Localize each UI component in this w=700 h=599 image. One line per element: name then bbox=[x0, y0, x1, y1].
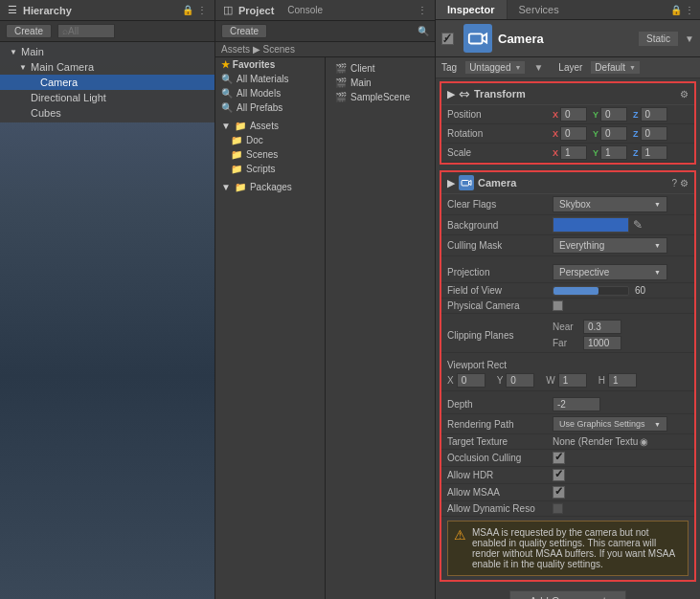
project-menu-btn[interactable]: ⋮ bbox=[418, 5, 427, 15]
pos-z-input[interactable] bbox=[641, 107, 667, 122]
vp-x-label: X bbox=[447, 375, 454, 386]
allow-dynamic-checkbox[interactable] bbox=[553, 503, 563, 514]
add-component-row: Add Component bbox=[436, 585, 700, 599]
allow-msaa-row: Allow MSAA ✓ bbox=[441, 484, 694, 501]
vp-h-label: H bbox=[598, 375, 605, 386]
list-item[interactable]: ▼ Main Camera bbox=[0, 59, 215, 75]
scale-z-input[interactable] bbox=[641, 145, 667, 160]
list-item[interactable]: 🔍 All Materials bbox=[215, 72, 325, 86]
camera-settings-btn[interactable]: ⚙ bbox=[680, 178, 689, 189]
inspector-tab-row: Inspector Services 🔒 ⋮ bbox=[436, 0, 700, 20]
rot-z-label: Z bbox=[633, 129, 639, 139]
physical-camera-row: Physical Camera bbox=[441, 299, 694, 314]
services-tab[interactable]: Services bbox=[508, 0, 571, 19]
vp-x-input[interactable] bbox=[457, 373, 485, 388]
hierarchy-panel: ☰ Hierarchy 🔒 ⋮ Create ▼ Main bbox=[0, 0, 215, 599]
clear-flags-dropdown[interactable]: Skybox bbox=[553, 196, 667, 212]
console-tab[interactable]: Console bbox=[280, 5, 330, 15]
list-item[interactable]: Cubes bbox=[0, 105, 215, 121]
near-input[interactable] bbox=[583, 320, 621, 334]
list-item[interactable]: 🔍 All Prefabs bbox=[215, 100, 325, 115]
static-dropdown-icon[interactable]: ▼ bbox=[685, 33, 694, 44]
physical-camera-checkbox[interactable] bbox=[553, 300, 563, 311]
project-tab[interactable]: ◫ Project Console ⋮ bbox=[215, 0, 435, 21]
occlusion-culling-checkbox[interactable]: ✓ bbox=[553, 452, 565, 464]
static-button[interactable]: Static bbox=[638, 31, 679, 47]
layer-dropdown[interactable]: Default bbox=[590, 60, 641, 75]
directional-light-label: Directional Light bbox=[31, 92, 106, 103]
clipping-row: Clipping Planes Near Far bbox=[441, 318, 694, 353]
project-create-btn[interactable]: Create bbox=[221, 24, 267, 38]
allow-hdr-checkbox[interactable]: ✓ bbox=[553, 469, 565, 481]
target-texture-pick-btn[interactable]: ◉ bbox=[640, 436, 648, 447]
vp-h-input[interactable] bbox=[608, 373, 637, 388]
list-item[interactable]: 🔍 All Models bbox=[215, 86, 325, 100]
list-item[interactable]: ▼ 📁 Assets bbox=[215, 119, 325, 133]
tag-dropdown[interactable]: Untagged bbox=[464, 60, 526, 75]
scale-x-label: X bbox=[553, 148, 558, 158]
project-panel: ◫ Project Console ⋮ Create 🔍 Assets ▶ Sc… bbox=[215, 0, 436, 599]
list-item[interactable]: 📁 Doc bbox=[215, 133, 325, 147]
inspector-header: ✓ Camera Static ▼ bbox=[436, 20, 700, 57]
background-color-swatch[interactable] bbox=[553, 217, 629, 233]
search-icon: 🔍 bbox=[221, 74, 233, 84]
spacer-icon bbox=[29, 78, 38, 87]
rendering-path-dropdown[interactable]: Use Graphics Settings bbox=[553, 416, 667, 432]
tag-layer-row: Tag Untagged ▼ Layer Default bbox=[436, 57, 700, 78]
list-item[interactable]: 🎬 Main bbox=[329, 76, 431, 90]
list-item[interactable]: 🎬 SampleScene bbox=[329, 90, 431, 104]
vp-y-input[interactable] bbox=[506, 373, 534, 388]
scale-row: Scale X Y Z bbox=[441, 144, 694, 163]
search-icon[interactable]: 🔍 bbox=[418, 26, 429, 36]
rotation-row: Rotation X Y Z bbox=[441, 124, 694, 144]
inspector-lock-btn[interactable]: 🔒 ⋮ bbox=[665, 3, 700, 17]
hierarchy-create-btn[interactable]: Create bbox=[6, 24, 52, 38]
scale-y-input[interactable] bbox=[600, 145, 627, 160]
list-item[interactable]: ▼ Main bbox=[0, 44, 215, 59]
allow-msaa-checkbox[interactable]: ✓ bbox=[553, 486, 565, 499]
object-enable-checkbox[interactable]: ✓ bbox=[441, 33, 454, 45]
list-item[interactable]: 🎬 Client bbox=[329, 61, 431, 76]
folder-icon: 📁 bbox=[231, 164, 242, 174]
vp-y-label: Y bbox=[497, 375, 504, 386]
add-component-button[interactable]: Add Component bbox=[509, 590, 626, 599]
vp-w-input[interactable] bbox=[558, 373, 587, 388]
fov-slider[interactable] bbox=[553, 286, 629, 296]
camera-info-btn[interactable]: ? bbox=[671, 178, 677, 189]
depth-input[interactable] bbox=[553, 397, 600, 411]
projection-dropdown[interactable]: Perspective bbox=[553, 264, 667, 280]
inspector-tab[interactable]: Inspector bbox=[436, 0, 508, 19]
pos-y-input[interactable] bbox=[600, 107, 627, 122]
list-item[interactable]: ▼ 📁 Packages bbox=[215, 180, 325, 194]
fov-value: 60 bbox=[635, 285, 664, 296]
object-name[interactable]: Camera bbox=[498, 32, 632, 46]
layer-label: Layer bbox=[558, 62, 582, 73]
list-item[interactable]: Directional Light bbox=[0, 90, 215, 105]
camera-component-icon bbox=[463, 24, 492, 53]
list-item[interactable]: 📁 Scripts bbox=[215, 162, 325, 176]
hierarchy-tab[interactable]: ☰ Hierarchy 🔒 ⋮ bbox=[0, 0, 215, 21]
transform-settings-btn[interactable]: ⚙ bbox=[680, 89, 689, 100]
rot-y-input[interactable] bbox=[600, 126, 627, 141]
hierarchy-search-input[interactable] bbox=[57, 24, 115, 38]
culling-mask-dropdown[interactable]: Everything bbox=[553, 237, 667, 254]
rot-x-input[interactable] bbox=[560, 126, 587, 141]
rot-z-input[interactable] bbox=[641, 126, 667, 141]
pos-y-label: Y bbox=[593, 110, 598, 120]
scale-x-input[interactable] bbox=[560, 145, 587, 160]
projection-row: Projection Perspective bbox=[441, 262, 694, 283]
pos-x-input[interactable] bbox=[560, 107, 587, 122]
hierarchy-menu-btn[interactable]: ⋮ bbox=[197, 5, 207, 15]
camera-header[interactable]: ▶ Camera ? ⚙ bbox=[441, 172, 694, 194]
list-item[interactable]: 📁 Scenes bbox=[215, 147, 325, 162]
hierarchy-lock-btn[interactable]: 🔒 bbox=[182, 5, 193, 15]
transform-expand-icon: ▶ bbox=[447, 88, 455, 100]
list-item[interactable]: Camera bbox=[0, 75, 215, 90]
transform-header[interactable]: ▶ ⇔ Transform ⚙ bbox=[441, 83, 694, 105]
color-edit-btn[interactable]: ✎ bbox=[633, 218, 643, 232]
far-input[interactable] bbox=[583, 336, 621, 350]
target-texture-value: None (Render Textu bbox=[553, 436, 638, 447]
inspector-panel: Inspector Services 🔒 ⋮ ✓ Camera Static ▼ bbox=[436, 0, 700, 599]
scale-label: Scale bbox=[447, 147, 553, 158]
pos-x-label: X bbox=[553, 110, 558, 120]
